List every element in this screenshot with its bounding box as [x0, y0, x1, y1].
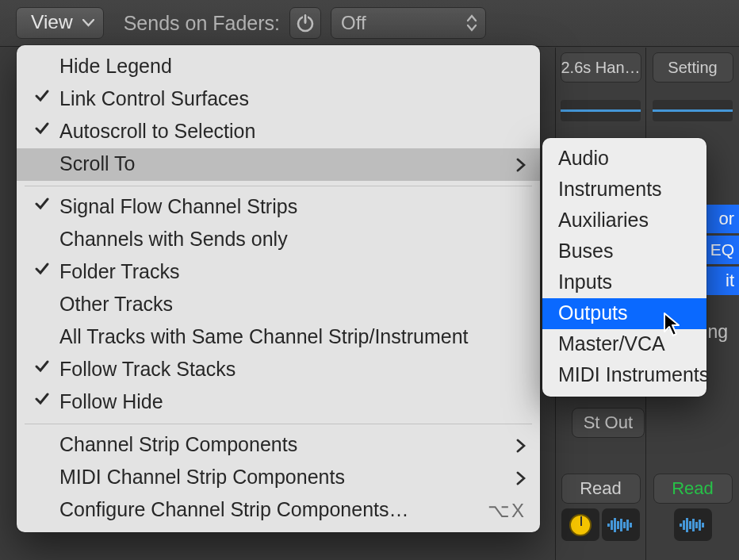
submenu-item-midi-instruments[interactable]: MIDI Instruments [542, 360, 706, 391]
svg-rect-12 [680, 524, 682, 527]
menu-item-channels-sends-only[interactable]: Channels with Sends only [17, 224, 540, 256]
svg-rect-6 [614, 518, 616, 532]
submenu-item-buses[interactable]: Buses [542, 236, 706, 267]
svg-rect-3 [304, 14, 307, 23]
menu-item-hide-legend[interactable]: Hide Legend [17, 51, 540, 83]
check-icon [34, 121, 50, 136]
waveform-icon [607, 517, 634, 533]
menu-item-label: MIDI Channel Strip Components [59, 466, 345, 489]
submenu-item-inputs[interactable]: Inputs [542, 267, 706, 298]
svg-rect-7 [617, 521, 619, 529]
menu-item-folder-tracks[interactable]: Folder Tracks [17, 256, 540, 289]
wave-thumb[interactable] [674, 508, 712, 541]
menu-item-label: Autoscroll to Selection [59, 120, 255, 143]
keyboard-shortcut: ⌥X [488, 500, 526, 522]
menu-item-scroll-to[interactable]: Scroll To [17, 148, 540, 181]
chevron-right-icon [516, 439, 526, 453]
submenu-item-audio[interactable]: Audio [542, 144, 706, 175]
output-button[interactable]: St Out [572, 408, 645, 438]
insert-slot[interactable]: it [702, 267, 739, 295]
submenu-item-auxiliaries[interactable]: Auxiliaries [542, 205, 706, 236]
view-dropdown-menu: Hide Legend Link Control Surfaces Autosc… [17, 45, 540, 532]
menu-item-label: Hide Legend [59, 55, 172, 78]
chevron-right-icon [516, 471, 526, 485]
submenu-item-instruments[interactable]: Instruments [542, 175, 706, 205]
svg-rect-17 [695, 522, 698, 528]
sends-off-label: Off [341, 12, 366, 34]
automation-read-button[interactable]: Read [561, 474, 641, 504]
read-label: Read [672, 478, 714, 499]
svg-rect-13 [683, 520, 685, 530]
menu-item-label: Scroll To [59, 152, 135, 175]
truncated-text: ing [703, 321, 728, 343]
channel-setting-label: 2.6s Han… [561, 59, 640, 77]
svg-rect-8 [620, 519, 622, 531]
menu-item-label: Signal Flow Channel Strips [59, 195, 297, 218]
insert-label: it [726, 270, 734, 291]
sends-on-faders-label: Sends on Faders: [124, 12, 280, 35]
menu-separator [25, 186, 532, 186]
svg-rect-15 [689, 521, 691, 529]
menu-item-link-control-surfaces[interactable]: Link Control Surfaces [17, 83, 540, 116]
automation-read-button[interactable]: Read [653, 474, 733, 504]
right-insert-slots: or EQ it [702, 205, 739, 297]
channel-setting-button[interactable]: 2.6s Han… [561, 52, 641, 82]
svg-rect-18 [699, 520, 701, 531]
chevron-right-icon [516, 158, 526, 172]
menu-item-channel-strip-components[interactable]: Channel Strip Components [17, 429, 540, 462]
view-menu-button[interactable]: View [16, 7, 104, 39]
menu-item-other-tracks[interactable]: Other Tracks [17, 289, 540, 321]
channel-setting-label: Setting [668, 59, 717, 77]
chevron-down-icon [82, 19, 94, 27]
updown-icon [466, 14, 477, 32]
read-label: Read [580, 478, 622, 499]
knob-thumb[interactable] [561, 508, 599, 541]
check-icon [34, 88, 50, 104]
svg-rect-19 [702, 523, 704, 527]
menu-item-autoscroll[interactable]: Autoscroll to Selection [17, 116, 540, 148]
submenu-item-outputs[interactable]: Outputs [542, 298, 706, 329]
menu-item-configure-channel-strip[interactable]: Configure Channel Strip Components… ⌥X [17, 494, 540, 527]
svg-rect-14 [686, 518, 688, 532]
check-icon [34, 359, 50, 374]
menu-item-label: Follow Track Stacks [59, 358, 235, 381]
menu-item-label: All Tracks with Same Channel Strip/Instr… [59, 325, 468, 348]
svg-rect-5 [611, 520, 613, 530]
toolbar: View Sends on Faders: Off [0, 0, 739, 47]
menu-item-midi-channel-strip-components[interactable]: MIDI Channel Strip Components [17, 462, 540, 494]
insert-slot[interactable]: or [702, 205, 739, 233]
svg-rect-9 [623, 522, 626, 528]
waveform-icon [680, 517, 706, 533]
menu-item-label: Follow Hide [59, 390, 163, 413]
menu-separator [25, 424, 532, 424]
sends-off-select[interactable]: Off [331, 7, 486, 39]
svg-rect-16 [692, 519, 695, 531]
svg-rect-4 [607, 524, 610, 527]
menu-item-label: Other Tracks [59, 293, 173, 316]
check-icon [34, 261, 50, 277]
power-icon [295, 13, 316, 33]
submenu-item-master-vca[interactable]: Master/VCA [542, 329, 706, 360]
wave-thumb[interactable] [602, 508, 640, 541]
menu-item-follow-track-stacks[interactable]: Follow Track Stacks [17, 354, 540, 386]
view-menu-label: View [31, 11, 73, 33]
svg-rect-10 [626, 520, 629, 531]
menu-item-label: Folder Tracks [59, 260, 179, 283]
insert-label: or [718, 209, 734, 229]
check-icon [34, 391, 50, 407]
menu-item-signal-flow[interactable]: Signal Flow Channel Strips [17, 191, 540, 224]
knob-icon [569, 514, 592, 536]
channel-setting-button[interactable]: Setting [653, 52, 733, 82]
menu-item-label: Link Control Surfaces [59, 87, 249, 110]
menu-item-follow-hide[interactable]: Follow Hide [17, 386, 540, 419]
sends-power-button[interactable] [289, 7, 321, 39]
scroll-to-submenu: Audio Instruments Auxiliaries Buses Inpu… [542, 138, 706, 397]
menu-item-all-tracks-same[interactable]: All Tracks with Same Channel Strip/Instr… [17, 321, 540, 354]
insert-slot[interactable]: EQ [702, 236, 739, 264]
menu-item-label: Configure Channel Strip Components… [59, 498, 409, 521]
svg-rect-11 [630, 523, 632, 527]
check-icon [34, 196, 50, 212]
insert-label: EQ [710, 240, 734, 259]
menu-item-label: Channel Strip Components [59, 433, 297, 456]
menu-item-label: Channels with Sends only [59, 228, 288, 251]
